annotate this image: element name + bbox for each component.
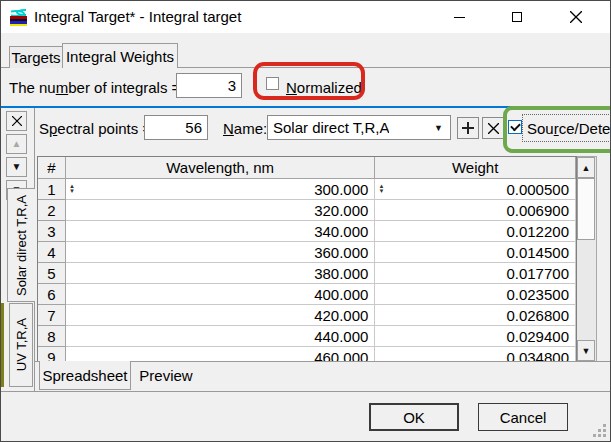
- side-tab-solar-direct[interactable]: Solar direct T,R,A: [7, 188, 35, 302]
- weight-cell[interactable]: 0.012200: [375, 221, 576, 242]
- wavelength-cell[interactable]: 360.000: [66, 242, 375, 263]
- dialog-window: Integral Target* - Integral target Targe…: [0, 0, 611, 442]
- side-tab-edge-stripe: [1, 303, 4, 387]
- row-number-cell[interactable]: 7: [38, 305, 66, 326]
- arrow-up-icon: ▲: [582, 163, 591, 173]
- table-row: 1▲▼300.000▲▼0.000500: [38, 179, 576, 200]
- header-num[interactable]: #: [38, 157, 66, 179]
- weights-table: # Wavelength, nm Weight 1▲▼300.000▲▼0.00…: [37, 156, 577, 362]
- weight-cell[interactable]: 0.017700: [375, 263, 576, 284]
- row-number-cell[interactable]: 9: [38, 347, 66, 362]
- row-number-cell[interactable]: 6: [38, 284, 66, 305]
- accent-divider: [1, 106, 610, 108]
- table-row: 6400.0000.023500: [38, 284, 576, 305]
- maximize-button[interactable]: [494, 1, 540, 33]
- cancel-button[interactable]: Cancel: [478, 403, 568, 431]
- wavelength-cell[interactable]: 340.000: [66, 221, 375, 242]
- spectral-points-label: Spectral points =: [39, 120, 151, 137]
- wavelength-cell[interactable]: 440.000: [66, 326, 375, 347]
- table-row: 2320.0000.006900: [38, 200, 576, 221]
- normalized-label[interactable]: Normalized: [286, 79, 362, 96]
- row-number-cell[interactable]: 3: [38, 221, 66, 242]
- tab-spreadsheet[interactable]: Spreadsheet: [39, 361, 131, 390]
- spinner-down-icon: ▼: [378, 189, 384, 194]
- row-number-cell[interactable]: 8: [38, 326, 66, 347]
- dock-close-button[interactable]: [6, 111, 27, 131]
- wavelength-cell[interactable]: 380.000: [66, 263, 375, 284]
- delete-integral-button[interactable]: [482, 117, 504, 139]
- plus-icon: [462, 122, 474, 134]
- weight-cell[interactable]: 0.014500: [375, 242, 576, 263]
- window-title: Integral Target* - Integral target: [34, 8, 241, 25]
- header-wavelength[interactable]: Wavelength, nm: [66, 157, 375, 179]
- row-number-cell[interactable]: 1: [38, 179, 66, 200]
- side-tab-uv[interactable]: UV T,R,A: [9, 303, 33, 387]
- minimize-button[interactable]: [436, 1, 482, 33]
- close-icon: [488, 123, 499, 134]
- header-weight[interactable]: Weight: [375, 157, 576, 179]
- maximize-icon: [512, 12, 522, 22]
- name-label: Name:: [223, 120, 267, 137]
- scroll-down-button[interactable]: ▼: [577, 340, 595, 361]
- arrow-up-icon: ▲: [12, 139, 22, 149]
- wavelength-cell[interactable]: ▲▼300.000: [66, 179, 375, 200]
- wavelength-cell[interactable]: 460.000: [66, 347, 375, 362]
- weight-cell[interactable]: ▲▼0.000500: [375, 179, 576, 200]
- chevron-down-icon: ▼: [434, 123, 450, 133]
- table-row: 7420.0000.026800: [38, 305, 576, 326]
- spectral-points-input[interactable]: [144, 115, 208, 140]
- scroll-up-button[interactable]: ▲: [577, 157, 595, 178]
- app-icon: [10, 8, 28, 26]
- ok-button[interactable]: OK: [369, 403, 459, 431]
- source-detector-checkbox[interactable]: [508, 120, 522, 134]
- weight-cell[interactable]: 0.034800: [375, 347, 576, 362]
- close-icon: [570, 11, 582, 23]
- table-header-row: # Wavelength, nm Weight: [38, 157, 576, 179]
- table-row: 5380.0000.017700: [38, 263, 576, 284]
- cell-spinner[interactable]: ▲▼: [378, 184, 384, 194]
- vertical-scrollbar[interactable]: ▲ ▼: [577, 156, 597, 362]
- scrollbar-thumb[interactable]: [577, 178, 595, 240]
- spinner-down-icon: ▼: [69, 189, 75, 194]
- footer-divider: [1, 391, 610, 392]
- integrals-count-input[interactable]: [176, 73, 242, 98]
- close-icon: [12, 116, 22, 126]
- weight-cell[interactable]: 0.026800: [375, 305, 576, 326]
- table-row: 9460.0000.034800: [38, 347, 576, 362]
- weight-cell[interactable]: 0.006900: [375, 200, 576, 221]
- table-row: 3340.0000.012200: [38, 221, 576, 242]
- cell-spinner[interactable]: ▲▼: [69, 184, 75, 194]
- row-number-cell[interactable]: 4: [38, 242, 66, 263]
- table-body: 1▲▼300.000▲▼0.0005002320.0000.0069003340…: [38, 179, 576, 362]
- close-button[interactable]: [553, 1, 599, 33]
- wavelength-cell[interactable]: 320.000: [66, 200, 375, 221]
- row-number-cell[interactable]: 2: [38, 200, 66, 221]
- normalized-checkbox[interactable]: [266, 77, 279, 90]
- move-down-button[interactable]: ▼: [6, 157, 27, 177]
- integrals-count-label: The number of integrals =: [9, 79, 180, 96]
- arrow-down-icon: ▼: [12, 162, 22, 172]
- tab-targets[interactable]: Targets: [9, 46, 63, 68]
- table-row: 8440.0000.029400: [38, 326, 576, 347]
- source-detector-label[interactable]: Source/Detec: [527, 120, 611, 137]
- wavelength-cell[interactable]: 400.000: [66, 284, 375, 305]
- titlebar: Integral Target* - Integral target: [1, 1, 610, 33]
- weight-cell[interactable]: 0.023500: [375, 284, 576, 305]
- row-number-cell[interactable]: 5: [38, 263, 66, 284]
- weight-cell[interactable]: 0.029400: [375, 326, 576, 347]
- tab-preview[interactable]: Preview: [131, 363, 201, 388]
- minimize-icon: [454, 17, 465, 18]
- move-up-button[interactable]: ▲: [6, 134, 27, 154]
- wavelength-cell[interactable]: 420.000: [66, 305, 375, 326]
- arrow-down-icon: ▼: [582, 346, 591, 356]
- table-row: 4360.0000.014500: [38, 242, 576, 263]
- resize-grip[interactable]: [593, 424, 606, 437]
- add-integral-button[interactable]: [457, 117, 479, 139]
- name-combobox[interactable]: Solar direct T,R,A ▼: [267, 115, 451, 140]
- tab-integral-weights[interactable]: Integral Weights: [62, 43, 178, 68]
